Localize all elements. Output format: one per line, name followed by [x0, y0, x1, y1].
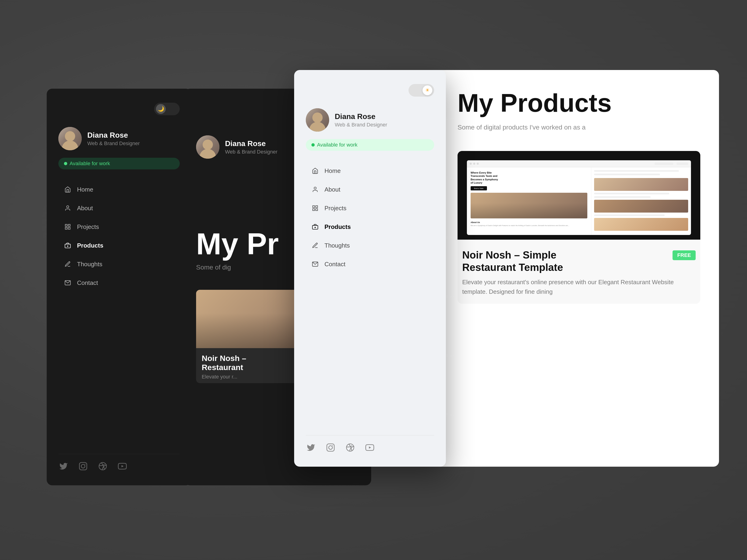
- light-avatar-image: [306, 108, 329, 132]
- svg-rect-4: [68, 227, 70, 229]
- light-dribbble-icon[interactable]: [345, 443, 355, 453]
- svg-rect-23: [327, 444, 334, 451]
- svg-point-11: [85, 464, 85, 464]
- light-nav: Home About: [306, 162, 434, 272]
- light-nav-home-label: Home: [325, 167, 341, 175]
- svg-point-10: [81, 464, 85, 468]
- svg-marker-27: [369, 446, 371, 449]
- light-nav-projects-label: Projects: [325, 205, 346, 212]
- light-toggle-thumb: ☀: [422, 85, 432, 95]
- dark-sidebar-panel: 🌙 Diana Rose Web & Brand Designer Availa…: [47, 89, 191, 485]
- box-icon-light: [311, 223, 319, 231]
- svg-rect-1: [66, 224, 67, 226]
- dark-available-dot: [64, 162, 67, 165]
- dark-theme-toggle[interactable]: 🌙: [154, 103, 180, 115]
- light-nav-about[interactable]: About: [306, 181, 434, 198]
- svg-rect-18: [316, 209, 317, 211]
- light-twitter-icon[interactable]: [306, 443, 316, 453]
- light-youtube-icon[interactable]: [365, 443, 375, 453]
- product-card[interactable]: Where Every BiteTranscends Taste andBeco…: [458, 151, 700, 304]
- light-nav-projects[interactable]: Projects: [306, 200, 434, 216]
- light-social-bar: [306, 435, 434, 453]
- mail-icon-light: [311, 260, 319, 268]
- dark-nav-contact[interactable]: Contact: [58, 274, 180, 291]
- user-icon-dark: [64, 205, 72, 212]
- profile-info-behind: Diana Rose Web & Brand Designer: [225, 139, 278, 155]
- product-info: Noir Nosh – SimpleRestaurant Template FR…: [458, 240, 700, 304]
- pen-icon-light: [311, 242, 319, 249]
- svg-rect-16: [316, 206, 317, 208]
- dark-nav-thoughts-label: Thoughts: [77, 261, 102, 268]
- pen-icon-dark: [64, 260, 72, 268]
- dark-toggle-container: 🌙: [58, 103, 180, 115]
- dark-profile-name: Diana Rose: [87, 131, 140, 139]
- dark-twitter-icon[interactable]: [58, 461, 69, 471]
- svg-rect-9: [79, 462, 87, 470]
- grid-icon-dark: [64, 223, 72, 231]
- light-available-dot: [311, 143, 315, 146]
- dark-profile-section: Diana Rose Web & Brand Designer: [58, 127, 180, 150]
- box-icon-dark: [64, 242, 72, 249]
- dark-social-bar: [58, 454, 180, 471]
- svg-point-0: [67, 206, 69, 208]
- dark-nav-about-label: About: [77, 205, 93, 212]
- dark-nav: Home About: [58, 181, 180, 291]
- product-title-row: Noir Nosh – SimpleRestaurant Template FR…: [462, 249, 696, 274]
- dark-avatar: [58, 127, 82, 150]
- home-icon-light: [311, 167, 319, 175]
- light-nav-home[interactable]: Home: [306, 162, 434, 179]
- home-icon: [64, 186, 72, 193]
- light-profile-role: Web & Brand Designer: [335, 122, 387, 128]
- svg-rect-15: [313, 206, 315, 208]
- dark-nav-about[interactable]: About: [58, 200, 180, 216]
- product-description: Elevate your restaurant's online presenc…: [462, 277, 696, 297]
- page-subtitle: Some of digital products I've worked on …: [458, 123, 700, 132]
- mail-icon-dark: [64, 279, 72, 287]
- light-nav-products[interactable]: Products: [306, 218, 434, 235]
- light-nav-about-label: About: [325, 186, 340, 193]
- light-available-text: Available for work: [317, 142, 357, 148]
- dark-instagram-icon[interactable]: [78, 461, 88, 471]
- light-profile-info: Diana Rose Web & Brand Designer: [335, 112, 387, 128]
- light-nav-contact[interactable]: Contact: [306, 256, 434, 272]
- light-profile-name: Diana Rose: [335, 112, 387, 121]
- dark-nav-contact-label: Contact: [77, 279, 98, 287]
- light-availability-badge: Available for work: [306, 139, 434, 151]
- svg-point-24: [329, 446, 332, 449]
- light-nav-thoughts[interactable]: Thoughts: [306, 237, 434, 254]
- light-instagram-icon[interactable]: [326, 443, 336, 453]
- dark-avatar-image: [58, 127, 82, 150]
- light-nav-contact-label: Contact: [325, 261, 345, 268]
- light-avatar: [306, 108, 329, 132]
- dark-nav-projects[interactable]: Projects: [58, 218, 180, 235]
- dark-nav-thoughts[interactable]: Thoughts: [58, 256, 180, 272]
- svg-point-25: [332, 445, 333, 446]
- grid-icon-light: [311, 205, 319, 212]
- light-theme-toggle[interactable]: ☀: [409, 84, 434, 97]
- main-content-panel: My Products Some of digital products I'v…: [439, 70, 719, 466]
- light-nav-products-label: Products: [325, 223, 351, 231]
- dark-dribbble-icon[interactable]: [98, 461, 108, 471]
- dark-toggle-thumb: 🌙: [156, 104, 166, 114]
- product-title-text: Noir Nosh – SimpleRestaurant Template: [462, 249, 563, 273]
- dark-nav-home-label: Home: [77, 186, 93, 193]
- dark-nav-list: Home About: [58, 181, 180, 291]
- profile-name-behind: Diana Rose: [225, 139, 278, 148]
- dark-profile-info: Diana Rose Web & Brand Designer: [87, 131, 140, 146]
- svg-rect-17: [313, 209, 315, 211]
- light-nav-thoughts-label: Thoughts: [325, 242, 350, 249]
- dark-nav-projects-label: Projects: [77, 223, 99, 231]
- svg-marker-13: [121, 465, 124, 468]
- user-icon-light: [311, 186, 319, 193]
- dark-youtube-icon[interactable]: [117, 461, 127, 471]
- dark-availability-badge: Available for work: [58, 158, 180, 169]
- dark-nav-home[interactable]: Home: [58, 181, 180, 198]
- dark-nav-products-label: Products: [77, 242, 103, 249]
- product-preview: Where Every BiteTranscends Taste andBeco…: [458, 151, 700, 240]
- svg-point-14: [314, 187, 316, 189]
- avatar-behind: [196, 135, 220, 159]
- light-nav-list: Home About: [306, 162, 434, 272]
- dark-profile-role: Web & Brand Designer: [87, 140, 140, 146]
- dark-nav-products[interactable]: Products: [58, 237, 180, 254]
- svg-rect-2: [68, 224, 70, 226]
